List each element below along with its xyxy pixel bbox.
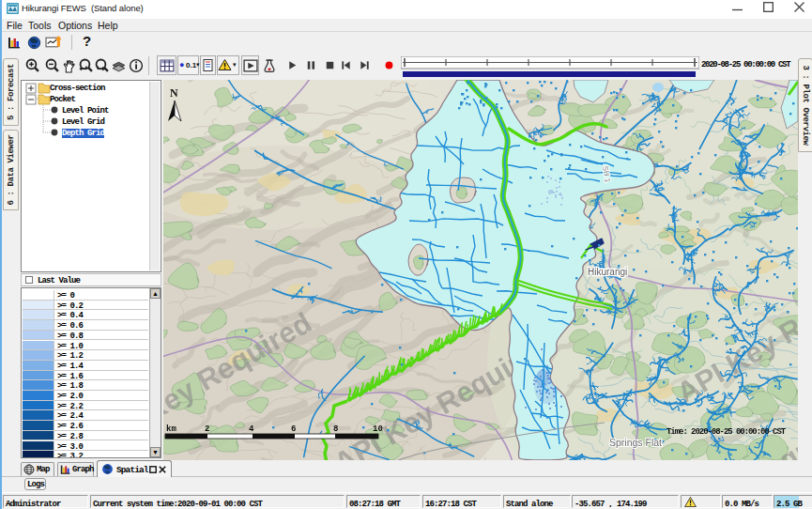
svg-text:N: N: [170, 86, 178, 100]
svg-text:8: 8: [333, 424, 338, 434]
svg-text:Springs Flat: Springs Flat: [609, 437, 662, 448]
svg-text:Time: 2020-08-25 00:00:00 CST: Time: 2020-08-25 00:00:00 CST: [666, 427, 787, 437]
svg-text:10: 10: [373, 424, 383, 434]
svg-text:km: km: [166, 424, 176, 434]
svg-text:6: 6: [291, 424, 296, 434]
svg-text:2: 2: [205, 424, 209, 434]
svg-text:Hikurangi: Hikurangi: [588, 267, 627, 277]
svg-text:4: 4: [249, 424, 254, 434]
